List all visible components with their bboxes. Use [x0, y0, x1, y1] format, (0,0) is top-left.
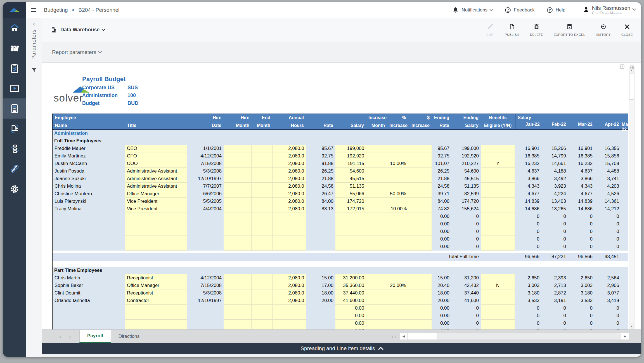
- sidebar-item-library[interactable]: [3, 38, 26, 58]
- cell-pct_increase[interactable]: [387, 220, 408, 228]
- cell-annual_hours[interactable]: 2,080.0: [273, 168, 306, 175]
- next-sheet-arrow[interactable]: ›: [69, 333, 71, 340]
- cell-increase_month[interactable]: [366, 198, 387, 205]
- cell-dollar_increase[interactable]: [408, 183, 432, 190]
- cell-pct_increase[interactable]: 10.00%: [387, 160, 408, 168]
- cell-hire_month[interactable]: [224, 312, 252, 320]
- cell-salary[interactable]: 0.00: [335, 320, 366, 327]
- cell-annual_hours[interactable]: 2,080.0: [273, 152, 306, 160]
- cell-salary[interactable]: [335, 228, 366, 235]
- cell-increase_month[interactable]: [366, 152, 387, 160]
- user-menu[interactable]: Nils Rasmussen CorpDemo Master: [583, 5, 636, 15]
- cell-title[interactable]: [125, 312, 187, 320]
- cell-benefits[interactable]: [481, 305, 515, 312]
- scroll-right-button[interactable]: ▶: [621, 333, 629, 340]
- cell-annual_hours[interactable]: 2,080.0: [273, 282, 306, 289]
- parameters-panel-label[interactable]: Parameters: [31, 29, 37, 60]
- cell-pct_increase[interactable]: [387, 152, 408, 160]
- cell-end_month[interactable]: [252, 320, 273, 327]
- cell-benefits[interactable]: [481, 183, 515, 190]
- cell-salary[interactable]: 37,440.00: [335, 289, 366, 297]
- vertical-scrollbar-thumb[interactable]: [629, 74, 634, 100]
- tab-directions[interactable]: Directions: [111, 330, 148, 343]
- data-source-dropdown[interactable]: Data Warehouse: [50, 27, 105, 33]
- cell-salary[interactable]: 199,000: [335, 145, 366, 152]
- cell-title[interactable]: [125, 213, 187, 220]
- cell-benefits[interactable]: [481, 220, 515, 228]
- hamburger-menu-icon[interactable]: [31, 7, 36, 13]
- cell-hire_month[interactable]: [224, 305, 252, 312]
- cell-benefits[interactable]: [481, 243, 515, 251]
- cell-end_month[interactable]: [252, 220, 273, 228]
- cell-pct_increase[interactable]: [387, 305, 408, 312]
- cell-hire_month[interactable]: [224, 228, 252, 235]
- cell-end_month[interactable]: [252, 145, 273, 152]
- cell-benefits[interactable]: [481, 168, 515, 175]
- cell-annual_hours[interactable]: [273, 213, 306, 220]
- cell-salary[interactable]: 172,915: [335, 205, 366, 213]
- cell-increase_month[interactable]: [366, 297, 387, 305]
- feedback-button[interactable]: Feedback: [505, 7, 535, 13]
- sidebar-item-reports[interactable]: [3, 78, 26, 98]
- cell-dollar_increase[interactable]: [408, 228, 432, 235]
- cell-hire_month[interactable]: [224, 235, 252, 243]
- cell-title[interactable]: Contractor: [125, 297, 187, 305]
- cell-benefits[interactable]: N: [481, 282, 515, 289]
- cell-title[interactable]: [125, 220, 187, 228]
- cell-salary[interactable]: 54,600: [335, 168, 366, 175]
- vertical-scrollbar[interactable]: ▲ ▼: [629, 67, 634, 330]
- cell-increase_month[interactable]: [366, 183, 387, 190]
- cell-benefits[interactable]: [481, 205, 515, 213]
- expand-panel-icon[interactable]: »: [32, 21, 35, 27]
- cell-benefits[interactable]: [481, 274, 515, 282]
- cell-dollar_increase[interactable]: [408, 220, 432, 228]
- cell-annual_hours[interactable]: 2,080.0: [273, 190, 306, 198]
- cell-hire_month[interactable]: [224, 213, 252, 220]
- cell-pct_increase[interactable]: [387, 312, 408, 320]
- cell-benefits[interactable]: [481, 320, 515, 327]
- cell-dollar_increase[interactable]: [408, 213, 432, 220]
- cell-pct_increase[interactable]: 20.00%: [387, 282, 408, 289]
- cell-title[interactable]: [125, 228, 187, 235]
- cell-dollar_increase[interactable]: [408, 190, 432, 198]
- cell-dollar_increase[interactable]: [408, 243, 432, 251]
- publish-button[interactable]: PUBLISH: [505, 23, 519, 36]
- cell-increase_month[interactable]: [366, 320, 387, 327]
- sidebar-item-budgeting[interactable]: [3, 98, 26, 119]
- cell-end_month[interactable]: [252, 205, 273, 213]
- horizontal-scrollbar-track[interactable]: ◀ ▶: [400, 333, 629, 340]
- cell-increase_month[interactable]: [366, 282, 387, 289]
- sidebar-item-settings[interactable]: [3, 179, 26, 199]
- cell-increase_month[interactable]: [366, 160, 387, 168]
- cell-benefits[interactable]: [481, 235, 515, 243]
- cell-annual_hours[interactable]: 2,080.0: [273, 205, 306, 213]
- breadcrumb-section[interactable]: Budgeting: [44, 7, 68, 13]
- cell-benefits[interactable]: [481, 289, 515, 297]
- cell-annual_hours[interactable]: 2,080.0: [273, 183, 306, 190]
- cell-dollar_increase[interactable]: [408, 145, 432, 152]
- cell-annual_hours[interactable]: [273, 320, 306, 327]
- cell-annual_hours[interactable]: 2,080.0: [273, 198, 306, 205]
- cell-annual_hours[interactable]: 2,080.0: [273, 297, 306, 305]
- cell-end_month[interactable]: [252, 228, 273, 235]
- cell-annual_hours[interactable]: [273, 235, 306, 243]
- cell-title[interactable]: [125, 243, 187, 251]
- cell-end_month[interactable]: [252, 243, 273, 251]
- prev-sheet-arrow[interactable]: ‹: [59, 333, 61, 340]
- cell-title[interactable]: Office Manager: [125, 190, 187, 198]
- scrollbar-drag-handle[interactable]: ⋮⋮: [391, 334, 397, 338]
- cell-benefits[interactable]: [481, 312, 515, 320]
- cell-increase_month[interactable]: [366, 243, 387, 251]
- cell-increase_month[interactable]: [366, 305, 387, 312]
- app-logo[interactable]: [3, 2, 26, 18]
- cell-increase_month[interactable]: [366, 220, 387, 228]
- cell-end_month[interactable]: [252, 190, 273, 198]
- scroll-left-button[interactable]: ◀: [400, 333, 408, 340]
- cell-end_month[interactable]: [252, 305, 273, 312]
- cell-hire_month[interactable]: [224, 160, 252, 168]
- cell-pct_increase[interactable]: [387, 228, 408, 235]
- cell-pct_increase[interactable]: [387, 297, 408, 305]
- cell-hire_month[interactable]: [224, 243, 252, 251]
- cell-hire_month[interactable]: [224, 205, 252, 213]
- cell-dollar_increase[interactable]: [408, 205, 432, 213]
